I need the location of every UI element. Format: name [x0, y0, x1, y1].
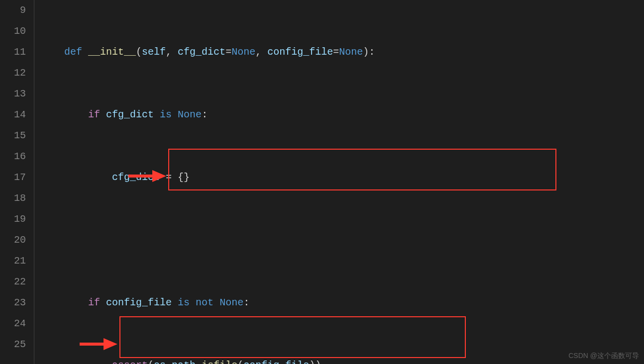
keyword-assert: assert — [112, 360, 148, 364]
line-number: 19 — [0, 209, 26, 230]
watermark: CSDN @这个函数可导 — [568, 352, 639, 359]
line-number: 14 — [0, 104, 26, 125]
line-number-gutter: 9 10 11 12 13 14 15 16 17 18 19 20 21 22… — [0, 0, 34, 364]
line-number: 21 — [0, 251, 26, 272]
code-line[interactable]: if config_file is not None: — [40, 292, 644, 313]
module: os — [154, 360, 166, 364]
code-line[interactable]: assert(os.path.isfile(config_file)) — [40, 355, 644, 364]
line-number: 18 — [0, 188, 26, 209]
code-line[interactable] — [40, 230, 644, 251]
line-number: 12 — [0, 63, 26, 84]
line-number: 11 — [0, 42, 26, 63]
const-none: None — [178, 109, 202, 120]
attr: path — [172, 360, 196, 364]
line-number: 13 — [0, 84, 26, 104]
keyword-if: if — [88, 297, 100, 308]
line-number: 22 — [0, 272, 26, 292]
variable: cfg_dict — [112, 172, 160, 183]
variable: config_file — [243, 360, 309, 364]
param: cfg_dict — [178, 46, 225, 58]
operator: = — [166, 172, 172, 183]
variable: cfg_dict — [106, 109, 154, 120]
const-none: None — [231, 46, 255, 58]
line-number: 20 — [0, 230, 26, 251]
const-none: None — [219, 297, 243, 308]
line-number: 23 — [0, 292, 26, 313]
line-number: 25 — [0, 334, 26, 355]
function-call: isfile — [202, 360, 237, 364]
variable: config_file — [106, 297, 172, 308]
code-line[interactable]: def __init__(self, cfg_dict=None, config… — [40, 42, 644, 63]
keyword-def: def — [64, 46, 82, 58]
line-number: 16 — [0, 146, 26, 167]
line-number: 17 — [0, 167, 26, 188]
const-none: None — [339, 46, 363, 58]
line-number: 10 — [0, 21, 26, 42]
param-self: self — [142, 46, 166, 58]
code-editor[interactable]: 9 10 11 12 13 14 15 16 17 18 19 20 21 22… — [0, 0, 644, 364]
code-line[interactable]: if cfg_dict is None: — [40, 104, 644, 125]
function-name: __init__ — [88, 46, 136, 58]
code-area[interactable]: def __init__(self, cfg_dict=None, config… — [34, 0, 644, 364]
line-number: 15 — [0, 125, 26, 146]
keyword-if: if — [88, 109, 100, 120]
operator-is: is — [160, 109, 172, 120]
line-number: 9 — [0, 0, 26, 21]
line-number: 24 — [0, 313, 26, 334]
code-line[interactable]: cfg_dict = {} — [40, 167, 644, 188]
operator-isnot: is not — [178, 297, 214, 308]
param: config_file — [267, 46, 333, 58]
